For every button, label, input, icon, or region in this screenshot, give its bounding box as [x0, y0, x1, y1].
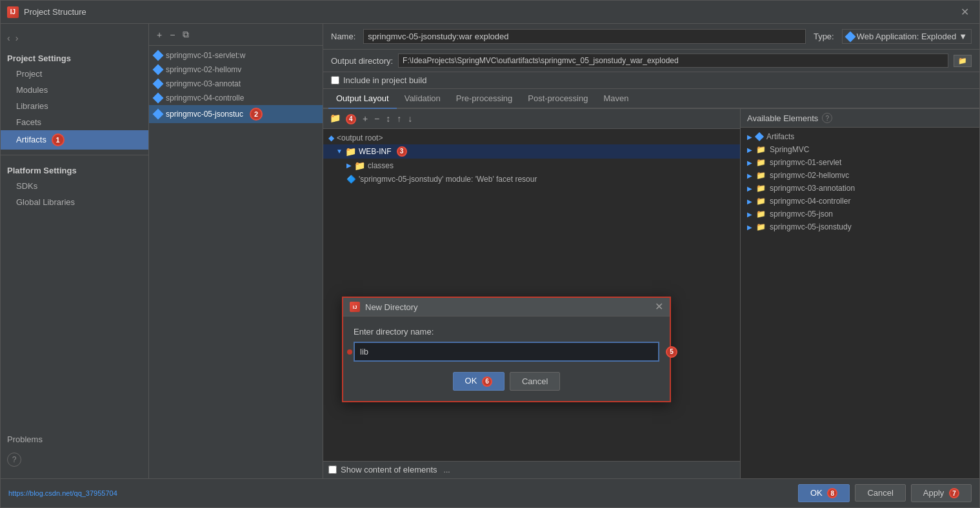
tab-validation[interactable]: Validation — [397, 89, 448, 109]
dialog-error-dot — [347, 349, 352, 355]
output-dir-input[interactable] — [398, 54, 948, 68]
remove-artifact-button[interactable]: − — [167, 28, 177, 41]
main-window: IJ Project Structure ✕ ‹ › Project Setti… — [0, 0, 980, 508]
dialog-ok-button[interactable]: OK 6 — [453, 372, 505, 391]
dialog-input-wrap: 5 — [354, 342, 659, 362]
title-bar: IJ Project Structure ✕ — [1, 1, 979, 24]
module-icon: 🔷 — [346, 175, 356, 184]
layout-remove-button[interactable]: − — [372, 112, 382, 125]
copy-artifact-button[interactable]: ⧉ — [180, 28, 192, 41]
artifact-item-5[interactable]: springmvc-05-jsonstuc 2 — [149, 105, 323, 123]
artifact-diamond-icon — [153, 93, 164, 104]
cancel-button[interactable]: Cancel — [855, 484, 905, 502]
sidebar-item-sdks[interactable]: SDKs — [1, 178, 148, 194]
type-select[interactable]: Web Application: Exploded ▼ — [842, 29, 972, 44]
available-elements-panel: Available Elements ? ▶ Artifacts ▶ — [741, 109, 979, 478]
artifact-item-2[interactable]: springmvc-02-hellomv — [149, 63, 323, 77]
collapse-icon: ▼ — [336, 148, 343, 155]
sidebar-item-artifacts[interactable]: Artifacts 1 — [1, 130, 148, 150]
avail-item-hellomvc[interactable]: ▶ 📁 springmvc-02-hellomvc — [741, 169, 979, 182]
avail-folder-icon-6: 📁 — [756, 210, 766, 219]
avail-folder-icon-2: 📁 — [756, 158, 766, 167]
folder-classes-icon: 📁 — [354, 161, 365, 171]
output-root-icon: ◆ — [328, 133, 334, 142]
badge-8: 8 — [827, 488, 837, 498]
avail-item-json[interactable]: ▶ 📁 springmvc-05-json — [741, 208, 979, 220]
app-icon: IJ — [7, 6, 19, 18]
tab-maven[interactable]: Maven — [595, 89, 636, 109]
layout-area: 📁 4 + − ↕ ↑ ↓ ◆ <output — [323, 109, 979, 478]
forward-button[interactable]: › — [15, 33, 19, 43]
avail-item-annotation[interactable]: ▶ 📁 springmvc-03-annotation — [741, 182, 979, 195]
sidebar-item-problems[interactable]: Problems — [1, 431, 148, 447]
move-up-button[interactable]: ↑ — [394, 112, 404, 125]
avail-triangle-5: ▶ — [747, 185, 752, 192]
dots-button[interactable]: ... — [441, 464, 453, 476]
avail-item-servlet[interactable]: ▶ 📁 springmvc-01-servlet — [741, 156, 979, 169]
sidebar-item-facets[interactable]: Facets — [1, 114, 148, 130]
tree-item-output-root[interactable]: ◆ <output root> — [323, 132, 740, 144]
tab-post-processing[interactable]: Post-processing — [520, 89, 595, 109]
right-detail-panel: Name: Type: Web Application: Exploded ▼ … — [323, 24, 979, 478]
available-elements-header: Available Elements ? — [741, 109, 979, 128]
artifact-item-3[interactable]: springmvc-03-annotat — [149, 77, 323, 91]
main-content: + − ⧉ springmvc-01-servlet:w springmvc-0… — [149, 24, 979, 478]
badge-3: 3 — [397, 146, 407, 157]
sidebar-item-modules[interactable]: Modules — [1, 82, 148, 98]
layout-add-button[interactable]: + — [360, 112, 370, 125]
project-settings-header: Project Settings — [1, 51, 148, 66]
browse-button[interactable]: 📁 — [954, 55, 972, 67]
tree-item-webinf[interactable]: ▼ 📁 WEB-INF 3 — [323, 144, 740, 159]
badge-6: 6 — [482, 376, 492, 387]
artifact-diamond-icon — [153, 109, 164, 120]
dialog-input[interactable] — [354, 342, 659, 362]
move-down-button[interactable]: ↓ — [405, 112, 415, 125]
window-close-button[interactable]: ✕ — [957, 5, 973, 19]
show-content-checkbox[interactable] — [328, 465, 337, 474]
folder-plus-icon: 📁 — [330, 113, 341, 123]
avail-triangle-8: ▶ — [747, 224, 752, 231]
tab-pre-processing[interactable]: Pre-processing — [448, 89, 520, 109]
help-button[interactable]: ? — [7, 453, 21, 467]
artifact-item-4[interactable]: springmvc-04-controlle — [149, 91, 323, 105]
ok-button[interactable]: OK 8 — [798, 484, 850, 503]
artifact-item-1[interactable]: springmvc-01-servlet:w — [149, 48, 323, 63]
available-list: ▶ Artifacts ▶ 📁 SpringMVC ▶ — [741, 128, 979, 478]
include-build-row: Include in project build — [323, 72, 979, 89]
create-dir-button[interactable]: 📁 4 — [327, 112, 359, 126]
avail-diamond-icon — [755, 132, 764, 141]
include-build-label: Include in project build — [343, 75, 426, 85]
include-build-checkbox[interactable] — [331, 76, 339, 84]
sidebar-item-global-libraries[interactable]: Global Libraries — [1, 194, 148, 210]
sidebar-item-project[interactable]: Project — [1, 66, 148, 82]
dialog-close-button[interactable]: ✕ — [655, 302, 663, 312]
apply-button[interactable]: Apply 7 — [911, 484, 972, 503]
avail-item-jsonstudy[interactable]: ▶ 📁 springmvc-05-jsonstudy — [741, 220, 979, 233]
avail-item-springmvc[interactable]: ▶ 📁 SpringMVC — [741, 143, 979, 156]
avail-folder-icon-5: 📁 — [756, 197, 766, 206]
back-button[interactable]: ‹ — [7, 33, 10, 43]
name-label: Name: — [331, 32, 355, 41]
avail-item-artifacts[interactable]: ▶ Artifacts — [741, 130, 979, 143]
tab-output-layout[interactable]: Output Layout — [328, 89, 397, 109]
dialog-cancel-button[interactable]: Cancel — [510, 372, 560, 391]
artifact-diamond-icon — [153, 50, 164, 61]
avail-triangle-4: ▶ — [747, 172, 752, 179]
artifact-diamond-icon — [153, 64, 164, 75]
dialog-label: Enter directory name: — [354, 327, 659, 337]
avail-triangle-6: ▶ — [747, 198, 752, 205]
bottom-bar: Show content of elements ... — [323, 461, 740, 478]
new-directory-dialog: IJ New Directory ✕ Enter directory name:… — [342, 297, 671, 402]
avail-item-controller[interactable]: ▶ 📁 springmvc-04-controller — [741, 195, 979, 208]
name-type-row: Name: Type: Web Application: Exploded ▼ — [323, 24, 979, 50]
sort-button[interactable]: ↕ — [383, 112, 393, 125]
type-label: Type: — [814, 32, 834, 41]
tabs-bar: Output Layout Validation Pre-processing … — [323, 89, 979, 109]
artifact-list: springmvc-01-servlet:w springmvc-02-hell… — [149, 46, 323, 478]
tree-item-classes[interactable]: ▶ 📁 classes — [323, 159, 740, 173]
sidebar-item-libraries[interactable]: Libraries — [1, 98, 148, 114]
artifact-badge-2: 2 — [250, 108, 263, 121]
name-input[interactable] — [363, 29, 806, 44]
tree-item-module-resource[interactable]: 🔷 'springmvc-05-jsonstudy' module: 'Web'… — [323, 173, 740, 186]
add-artifact-button[interactable]: + — [154, 28, 165, 41]
